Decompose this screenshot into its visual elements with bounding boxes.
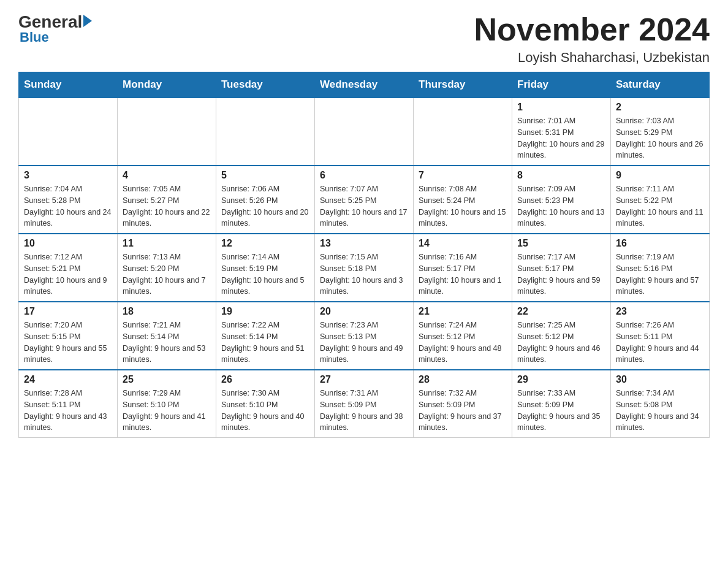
- header-sunday: Sunday: [19, 72, 118, 98]
- day-info: Sunrise: 7:13 AMSunset: 5:20 PMDaylight:…: [123, 251, 211, 297]
- table-row: 5Sunrise: 7:06 AMSunset: 5:26 PMDaylight…: [216, 166, 315, 234]
- header-wednesday: Wednesday: [315, 72, 414, 98]
- day-number: 22: [517, 306, 605, 317]
- day-info: Sunrise: 7:34 AMSunset: 5:08 PMDaylight:…: [616, 388, 704, 434]
- table-row: 20Sunrise: 7:23 AMSunset: 5:13 PMDayligh…: [315, 302, 414, 370]
- month-title: November 2024: [474, 12, 710, 47]
- day-info: Sunrise: 7:20 AMSunset: 5:15 PMDaylight:…: [24, 320, 112, 366]
- day-number: 8: [517, 170, 605, 181]
- day-number: 15: [517, 238, 605, 249]
- calendar-table: Sunday Monday Tuesday Wednesday Thursday…: [18, 72, 710, 438]
- day-info: Sunrise: 7:19 AMSunset: 5:16 PMDaylight:…: [616, 251, 704, 297]
- table-row: 7Sunrise: 7:08 AMSunset: 5:24 PMDaylight…: [414, 166, 512, 234]
- day-number: 12: [221, 238, 309, 249]
- table-row: 9Sunrise: 7:11 AMSunset: 5:22 PMDaylight…: [611, 166, 710, 234]
- day-info: Sunrise: 7:08 AMSunset: 5:24 PMDaylight:…: [419, 183, 507, 229]
- day-number: 19: [221, 306, 309, 317]
- table-row: 4Sunrise: 7:05 AMSunset: 5:27 PMDaylight…: [118, 166, 216, 234]
- table-row: 14Sunrise: 7:16 AMSunset: 5:17 PMDayligh…: [414, 234, 512, 302]
- table-row: 25Sunrise: 7:29 AMSunset: 5:10 PMDayligh…: [118, 370, 216, 438]
- day-info: Sunrise: 7:23 AMSunset: 5:13 PMDaylight:…: [320, 320, 408, 366]
- table-row: 16Sunrise: 7:19 AMSunset: 5:16 PMDayligh…: [611, 234, 710, 302]
- table-row: 13Sunrise: 7:15 AMSunset: 5:18 PMDayligh…: [315, 234, 414, 302]
- day-number: 5: [221, 170, 309, 181]
- day-number: 3: [24, 170, 112, 181]
- table-row: 12Sunrise: 7:14 AMSunset: 5:19 PMDayligh…: [216, 234, 315, 302]
- day-number: 18: [123, 306, 211, 317]
- day-number: 1: [517, 102, 605, 113]
- week-row-5: 24Sunrise: 7:28 AMSunset: 5:11 PMDayligh…: [19, 370, 710, 438]
- day-number: 10: [24, 238, 112, 249]
- day-info: Sunrise: 7:14 AMSunset: 5:19 PMDaylight:…: [221, 251, 309, 297]
- table-row: 24Sunrise: 7:28 AMSunset: 5:11 PMDayligh…: [19, 370, 118, 438]
- day-info: Sunrise: 7:06 AMSunset: 5:26 PMDaylight:…: [221, 183, 309, 229]
- day-number: 11: [123, 238, 211, 249]
- day-info: Sunrise: 7:04 AMSunset: 5:28 PMDaylight:…: [24, 183, 112, 229]
- table-row: [19, 98, 118, 166]
- day-number: 14: [419, 238, 507, 249]
- day-number: 23: [616, 306, 704, 317]
- location-title: Loyish Shaharchasi, Uzbekistan: [474, 50, 710, 66]
- table-row: [216, 98, 315, 166]
- table-row: 1Sunrise: 7:01 AMSunset: 5:31 PMDaylight…: [512, 98, 611, 166]
- table-row: [118, 98, 216, 166]
- day-number: 17: [24, 306, 112, 317]
- day-info: Sunrise: 7:11 AMSunset: 5:22 PMDaylight:…: [616, 183, 704, 229]
- table-row: 18Sunrise: 7:21 AMSunset: 5:14 PMDayligh…: [118, 302, 216, 370]
- page-header: General Blue November 2024 Loyish Shahar…: [18, 12, 710, 66]
- header-monday: Monday: [118, 72, 216, 98]
- table-row: 19Sunrise: 7:22 AMSunset: 5:14 PMDayligh…: [216, 302, 315, 370]
- day-info: Sunrise: 7:22 AMSunset: 5:14 PMDaylight:…: [221, 320, 309, 366]
- day-info: Sunrise: 7:29 AMSunset: 5:10 PMDaylight:…: [123, 388, 211, 434]
- day-info: Sunrise: 7:16 AMSunset: 5:17 PMDaylight:…: [419, 251, 507, 297]
- table-row: 2Sunrise: 7:03 AMSunset: 5:29 PMDaylight…: [611, 98, 710, 166]
- day-number: 30: [616, 374, 704, 385]
- day-number: 29: [517, 374, 605, 385]
- title-area: November 2024 Loyish Shaharchasi, Uzbeki…: [474, 12, 710, 66]
- day-info: Sunrise: 7:33 AMSunset: 5:09 PMDaylight:…: [517, 388, 605, 434]
- table-row: 29Sunrise: 7:33 AMSunset: 5:09 PMDayligh…: [512, 370, 611, 438]
- day-number: 28: [419, 374, 507, 385]
- day-number: 13: [320, 238, 408, 249]
- logo: General Blue: [18, 12, 92, 45]
- table-row: 26Sunrise: 7:30 AMSunset: 5:10 PMDayligh…: [216, 370, 315, 438]
- table-row: [315, 98, 414, 166]
- table-row: 17Sunrise: 7:20 AMSunset: 5:15 PMDayligh…: [19, 302, 118, 370]
- day-number: 26: [221, 374, 309, 385]
- table-row: 3Sunrise: 7:04 AMSunset: 5:28 PMDaylight…: [19, 166, 118, 234]
- logo-blue: Blue: [20, 29, 49, 45]
- weekday-header-row: Sunday Monday Tuesday Wednesday Thursday…: [19, 72, 710, 98]
- table-row: 11Sunrise: 7:13 AMSunset: 5:20 PMDayligh…: [118, 234, 216, 302]
- day-info: Sunrise: 7:28 AMSunset: 5:11 PMDaylight:…: [24, 388, 112, 434]
- day-info: Sunrise: 7:26 AMSunset: 5:11 PMDaylight:…: [616, 320, 704, 366]
- day-info: Sunrise: 7:21 AMSunset: 5:14 PMDaylight:…: [123, 320, 211, 366]
- day-info: Sunrise: 7:09 AMSunset: 5:23 PMDaylight:…: [517, 183, 605, 229]
- week-row-2: 3Sunrise: 7:04 AMSunset: 5:28 PMDaylight…: [19, 166, 710, 234]
- header-friday: Friday: [512, 72, 611, 98]
- day-info: Sunrise: 7:17 AMSunset: 5:17 PMDaylight:…: [517, 251, 605, 297]
- week-row-1: 1Sunrise: 7:01 AMSunset: 5:31 PMDaylight…: [19, 98, 710, 166]
- day-number: 20: [320, 306, 408, 317]
- day-number: 25: [123, 374, 211, 385]
- day-number: 16: [616, 238, 704, 249]
- table-row: 21Sunrise: 7:24 AMSunset: 5:12 PMDayligh…: [414, 302, 512, 370]
- day-info: Sunrise: 7:30 AMSunset: 5:10 PMDaylight:…: [221, 388, 309, 434]
- table-row: 6Sunrise: 7:07 AMSunset: 5:25 PMDaylight…: [315, 166, 414, 234]
- day-number: 27: [320, 374, 408, 385]
- day-number: 9: [616, 170, 704, 181]
- day-info: Sunrise: 7:25 AMSunset: 5:12 PMDaylight:…: [517, 320, 605, 366]
- day-number: 24: [24, 374, 112, 385]
- table-row: 8Sunrise: 7:09 AMSunset: 5:23 PMDaylight…: [512, 166, 611, 234]
- header-tuesday: Tuesday: [216, 72, 315, 98]
- day-info: Sunrise: 7:24 AMSunset: 5:12 PMDaylight:…: [419, 320, 507, 366]
- table-row: 15Sunrise: 7:17 AMSunset: 5:17 PMDayligh…: [512, 234, 611, 302]
- day-info: Sunrise: 7:12 AMSunset: 5:21 PMDaylight:…: [24, 251, 112, 297]
- day-info: Sunrise: 7:01 AMSunset: 5:31 PMDaylight:…: [517, 115, 605, 161]
- day-number: 2: [616, 102, 704, 113]
- day-number: 6: [320, 170, 408, 181]
- day-info: Sunrise: 7:07 AMSunset: 5:25 PMDaylight:…: [320, 183, 408, 229]
- header-saturday: Saturday: [611, 72, 710, 98]
- day-number: 4: [123, 170, 211, 181]
- table-row: 23Sunrise: 7:26 AMSunset: 5:11 PMDayligh…: [611, 302, 710, 370]
- day-info: Sunrise: 7:32 AMSunset: 5:09 PMDaylight:…: [419, 388, 507, 434]
